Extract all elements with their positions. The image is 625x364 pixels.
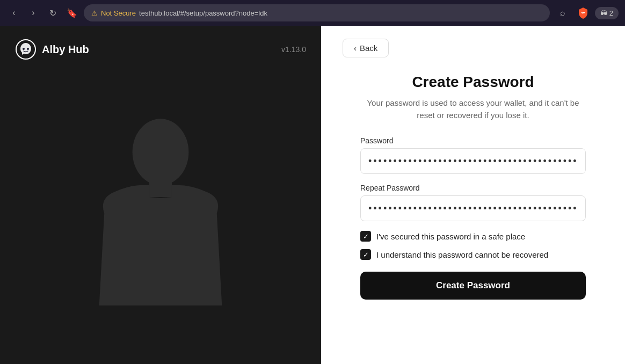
glasses-icon: 🕶: [600, 9, 607, 17]
back-button-label: Back: [360, 43, 377, 53]
password-field-group: Password: [360, 136, 586, 174]
back-chevron-icon: ‹: [354, 43, 357, 53]
repeat-password-input[interactable]: [360, 195, 586, 221]
svg-point-2: [27, 48, 29, 50]
checkbox-1[interactable]: ✓: [360, 231, 371, 242]
checkbox-row-1: ✓ I've secured this password in a safe p…: [360, 231, 586, 242]
right-panel: ‹ Back Create Password Your password is …: [321, 26, 625, 364]
left-panel: Alby Hub v1.13.0: [0, 26, 321, 364]
back-nav-button[interactable]: ‹: [6, 5, 21, 20]
silhouette-area: [0, 73, 321, 364]
checkbox-2-label: I understand this password cannot be rec…: [376, 250, 548, 259]
extensions-pill[interactable]: 🕶 2: [595, 7, 619, 19]
not-secure-icon: ⚠: [91, 9, 98, 17]
browser-chrome: ‹ › ↻ 🔖 ⚠ Not Secure testhub.local/#/set…: [0, 0, 625, 26]
password-label: Password: [360, 136, 586, 145]
logo-area: Alby Hub: [15, 39, 89, 60]
browser-right-controls: ⌕ 🕶 2: [554, 4, 619, 21]
not-secure-label: Not Secure: [101, 9, 136, 17]
reload-button[interactable]: ↻: [45, 5, 60, 20]
svg-point-1: [23, 48, 25, 50]
form-title: Create Password: [412, 74, 534, 91]
checkbox-row-2: ✓ I understand this password cannot be r…: [360, 249, 586, 260]
magnify-button[interactable]: ⌕: [554, 4, 571, 21]
bookmark-button[interactable]: 🔖: [64, 5, 79, 20]
form-area: Create Password Your password is used to…: [360, 74, 586, 300]
password-input[interactable]: [360, 148, 586, 174]
url-display: testhub.local/#/setup/password?node=ldk: [139, 9, 267, 17]
repeat-password-label: Repeat Password: [360, 184, 586, 192]
logo-text: Alby Hub: [42, 43, 89, 56]
repeat-password-field-group: Repeat Password: [360, 184, 586, 221]
checkbox-2[interactable]: ✓: [360, 249, 371, 260]
checkbox-1-label: I've secured this password in a safe pla…: [376, 232, 525, 241]
main-content: Alby Hub v1.13.0 ‹ Back Creat: [0, 26, 625, 364]
version-text: v1.13.0: [281, 45, 306, 54]
create-password-button[interactable]: Create Password: [360, 272, 586, 300]
brave-icon-button[interactable]: [575, 4, 592, 21]
left-header: Alby Hub v1.13.0: [0, 26, 321, 73]
svg-point-3: [133, 119, 189, 185]
svg-rect-4: [149, 181, 172, 197]
address-bar[interactable]: ⚠ Not Secure testhub.local/#/setup/passw…: [84, 4, 550, 21]
back-button[interactable]: ‹ Back: [343, 39, 389, 57]
form-subtitle: Your password is used to access your wal…: [360, 97, 586, 121]
silhouette-figure: [69, 111, 252, 326]
alby-logo-icon: [15, 39, 37, 60]
extensions-count: 2: [609, 9, 613, 17]
forward-nav-button[interactable]: ›: [26, 5, 41, 20]
